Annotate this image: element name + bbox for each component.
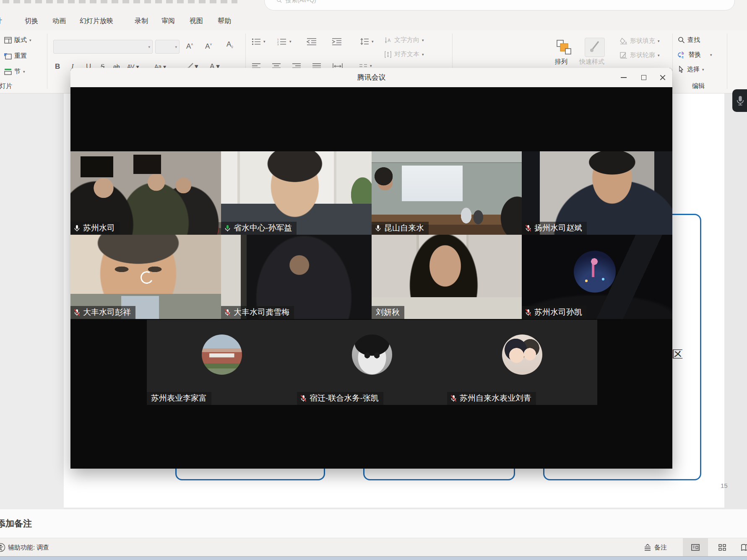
mic-muted-icon bbox=[299, 394, 307, 402]
reading-view-button[interactable] bbox=[737, 538, 747, 556]
search-icon bbox=[276, 0, 282, 3]
search-placeholder: 搜索(Alt+Q) bbox=[286, 0, 316, 4]
participant-label: 苏州表业李家富 bbox=[147, 392, 211, 405]
font-size-select[interactable]: ▾ bbox=[155, 40, 180, 54]
line-spacing-button[interactable]: ▾ bbox=[359, 38, 374, 45]
normal-view-button[interactable] bbox=[683, 538, 708, 556]
close-button[interactable] bbox=[657, 72, 669, 83]
mic-muted-icon bbox=[450, 394, 458, 402]
select-button[interactable]: 选择▾ bbox=[678, 65, 704, 73]
minimize-icon bbox=[621, 77, 627, 78]
mic-on-icon bbox=[73, 224, 81, 232]
arrange-button[interactable] bbox=[554, 39, 575, 55]
maximize-button[interactable] bbox=[638, 72, 650, 83]
video-tile-peng-xiang[interactable]: 大丰水司彭祥 bbox=[70, 235, 221, 319]
search-box[interactable]: 搜索(Alt+Q) bbox=[264, 0, 735, 10]
reset-icon bbox=[4, 53, 12, 60]
video-tile-gong-xuemei[interactable]: 大丰水司龚雪梅 bbox=[221, 235, 372, 319]
shape-outline-button[interactable]: 形状轮廓▾ bbox=[620, 51, 660, 59]
menu-transitions[interactable]: 切换 bbox=[25, 11, 38, 30]
bullets-button[interactable]: ▾ bbox=[252, 38, 265, 45]
participant-label: 苏州水司孙凯 bbox=[522, 306, 587, 319]
align-text-icon bbox=[384, 51, 392, 58]
participant-label: 昆山自来水 bbox=[372, 222, 429, 235]
video-tile-liu-yanqiu[interactable]: 刘妍秋 bbox=[372, 235, 522, 319]
shrink-font-button[interactable]: A˅ bbox=[205, 39, 212, 50]
section-button[interactable]: 节▾ bbox=[4, 67, 25, 75]
mic-on-icon bbox=[374, 224, 382, 232]
participant-name: 苏州表业李家富 bbox=[151, 393, 207, 403]
maximize-icon bbox=[641, 75, 646, 80]
reset-slide-button[interactable]: 重置 bbox=[4, 52, 27, 60]
microphone-icon bbox=[736, 94, 745, 107]
slide-sorter-view-button[interactable] bbox=[711, 538, 733, 556]
notes-button-label: 备注 bbox=[654, 544, 667, 552]
bold-button[interactable]: B bbox=[55, 61, 60, 73]
shape-fill-button[interactable]: 形状填充▾ bbox=[620, 37, 660, 45]
menu-animations[interactable]: 动画 bbox=[52, 11, 66, 30]
text-direction-button[interactable]: A 文字方向▾ bbox=[384, 36, 424, 44]
taskbar-edge bbox=[0, 556, 747, 560]
notes-pane[interactable]: 添加备注 bbox=[0, 509, 747, 538]
avatar bbox=[574, 251, 616, 293]
mic-muted-icon bbox=[524, 224, 532, 232]
svg-text:3: 3 bbox=[277, 43, 279, 45]
arrange-icon bbox=[555, 39, 572, 55]
menu-help[interactable]: 帮助 bbox=[218, 11, 231, 30]
mic-muted-icon bbox=[524, 309, 532, 316]
accessibility-icon bbox=[0, 543, 5, 552]
mic-active-icon bbox=[224, 224, 232, 232]
participant-name: 苏州水司 bbox=[83, 223, 115, 233]
close-icon bbox=[660, 75, 666, 80]
layout-button[interactable]: 版式▾ bbox=[4, 36, 31, 44]
accessibility-label: 辅助功能: 调查 bbox=[8, 544, 49, 552]
floating-mic-button[interactable] bbox=[732, 89, 747, 112]
menu-review[interactable]: 审阅 bbox=[161, 11, 175, 30]
layout-icon bbox=[4, 37, 12, 44]
align-text-button[interactable]: 对齐文本▾ bbox=[384, 50, 424, 58]
menu-view[interactable]: 视图 bbox=[190, 11, 203, 30]
normal-view-icon bbox=[691, 544, 700, 551]
quick-styles-icon bbox=[585, 38, 604, 56]
quick-styles-button[interactable] bbox=[585, 38, 605, 57]
participant-label: 大丰水司彭祥 bbox=[70, 306, 135, 319]
video-tile-zhang-kai[interactable]: 宿迁-联合水务-张凯 bbox=[297, 320, 447, 405]
participant-label: 省水中心-孙军益 bbox=[221, 222, 297, 235]
menu-slideshow[interactable]: 幻灯片放映 bbox=[80, 11, 113, 30]
replace-button[interactable]: b c 替换▾ bbox=[678, 51, 712, 59]
video-tile-zhao-bin[interactable]: 扬州水司赵斌 bbox=[522, 151, 672, 235]
video-tile-sun-kai[interactable]: 苏州水司孙凯 bbox=[522, 235, 672, 319]
notes-icon bbox=[643, 544, 652, 551]
participant-label: 刘妍秋 bbox=[372, 306, 404, 319]
find-button[interactable]: 查找 bbox=[678, 36, 700, 44]
quick-styles-label[interactable]: 快速样式 bbox=[579, 58, 604, 66]
video-tile-liu-qing[interactable]: 苏州自来水表业刘青 bbox=[447, 320, 597, 405]
notes-toggle-button[interactable]: 备注 bbox=[643, 538, 667, 557]
shape-outline-icon bbox=[620, 52, 627, 59]
clear-format-button[interactable]: A◊ bbox=[226, 39, 233, 50]
arrange-label[interactable]: 排列 bbox=[555, 58, 567, 66]
app-titlebar: 搜索(Alt+Q) bbox=[0, 0, 747, 11]
mic-muted-icon bbox=[73, 309, 81, 316]
slide-thumbnail-panel[interactable] bbox=[0, 93, 64, 539]
meeting-titlebar[interactable]: 腾讯会议 bbox=[70, 68, 672, 87]
meeting-window[interactable]: 腾讯会议 苏州水司 省水中心-孙军益 bbox=[70, 68, 672, 469]
grow-font-button[interactable]: A˄ bbox=[186, 39, 193, 50]
numbering-button[interactable]: 123 ▾ bbox=[277, 38, 292, 45]
accessibility-status[interactable]: 辅助功能: 调查 bbox=[0, 538, 49, 557]
decrease-indent-button[interactable] bbox=[306, 38, 317, 45]
video-tile-kunshan[interactable]: 昆山自来水 bbox=[372, 151, 522, 235]
font-name-select[interactable]: ▾ bbox=[53, 40, 153, 54]
menu-record[interactable]: 录制 bbox=[135, 11, 148, 30]
video-tile-li-jiafu[interactable]: 苏州表业李家富 bbox=[147, 320, 297, 405]
decrease-indent-icon bbox=[306, 38, 317, 45]
notes-placeholder[interactable]: 添加备注 bbox=[0, 518, 32, 529]
menu-design[interactable]: 设计 bbox=[0, 11, 2, 30]
avatar bbox=[352, 334, 392, 375]
increase-indent-button[interactable] bbox=[331, 38, 342, 45]
svg-text:A: A bbox=[388, 38, 391, 43]
participant-name: 扬州水司赵斌 bbox=[534, 223, 582, 233]
video-tile-suzhou-shuisi[interactable]: 苏州水司 bbox=[70, 151, 221, 235]
minimize-button[interactable] bbox=[618, 72, 630, 83]
video-tile-sun-junyi[interactable]: 省水中心-孙军益 bbox=[221, 151, 372, 235]
